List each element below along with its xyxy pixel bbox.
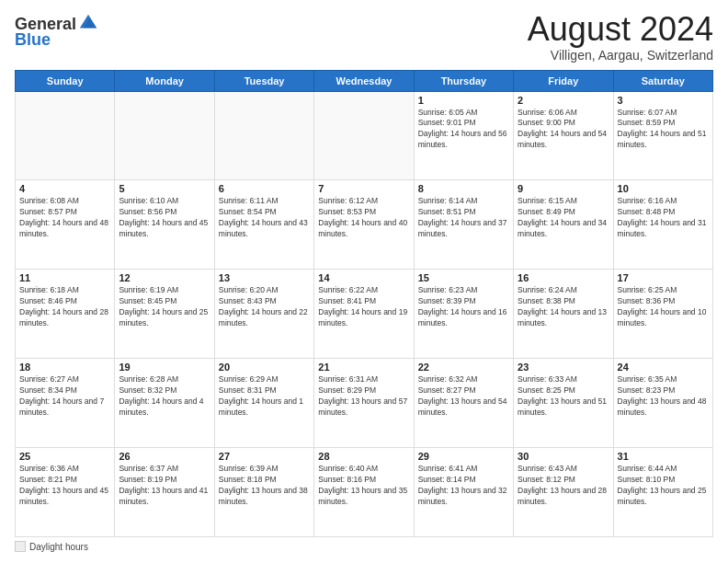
calendar-cell: 24Sunrise: 6:35 AM Sunset: 8:23 PM Dayli…	[613, 359, 712, 448]
day-info: Sunrise: 6:10 AM Sunset: 8:56 PM Dayligh…	[119, 196, 210, 240]
day-number: 15	[418, 272, 509, 283]
logo-icon	[78, 13, 98, 33]
month-title: August 2024	[528, 11, 713, 48]
calendar-cell: 31Sunrise: 6:44 AM Sunset: 8:10 PM Dayli…	[613, 448, 712, 537]
calendar-cell: 22Sunrise: 6:32 AM Sunset: 8:27 PM Dayli…	[414, 359, 513, 448]
calendar-week-5: 25Sunrise: 6:36 AM Sunset: 8:21 PM Dayli…	[16, 448, 713, 537]
weekday-header-wednesday: Wednesday	[314, 70, 414, 91]
calendar-cell: 4Sunrise: 6:08 AM Sunset: 8:57 PM Daylig…	[16, 180, 115, 270]
calendar-cell: 2Sunrise: 6:06 AM Sunset: 9:00 PM Daylig…	[514, 91, 613, 180]
weekday-header-friday: Friday	[514, 70, 613, 91]
calendar-week-2: 4Sunrise: 6:08 AM Sunset: 8:57 PM Daylig…	[16, 180, 713, 270]
day-number: 10	[618, 183, 709, 194]
day-info: Sunrise: 6:40 AM Sunset: 8:16 PM Dayligh…	[318, 464, 409, 508]
day-number: 30	[518, 451, 609, 462]
day-number: 23	[518, 362, 609, 373]
day-info: Sunrise: 6:36 AM Sunset: 8:21 PM Dayligh…	[19, 464, 110, 508]
day-number: 1	[418, 95, 509, 106]
calendar-cell: 1Sunrise: 6:05 AM Sunset: 9:01 PM Daylig…	[414, 91, 513, 180]
day-info: Sunrise: 6:05 AM Sunset: 9:01 PM Dayligh…	[418, 108, 509, 152]
location: Villigen, Aargau, Switzerland	[528, 48, 713, 63]
page: General Blue August 2024 Villigen, Aarga…	[0, 0, 728, 563]
day-number: 18	[19, 362, 110, 373]
day-number: 26	[119, 451, 210, 462]
calendar-cell: 18Sunrise: 6:27 AM Sunset: 8:34 PM Dayli…	[16, 359, 115, 448]
day-info: Sunrise: 6:22 AM Sunset: 8:41 PM Dayligh…	[318, 285, 409, 329]
day-number: 21	[318, 362, 409, 373]
calendar-week-3: 11Sunrise: 6:18 AM Sunset: 8:46 PM Dayli…	[16, 270, 713, 359]
day-info: Sunrise: 6:24 AM Sunset: 8:38 PM Dayligh…	[518, 285, 609, 329]
day-number: 29	[418, 451, 509, 462]
day-number: 17	[618, 272, 709, 283]
calendar-cell: 12Sunrise: 6:19 AM Sunset: 8:45 PM Dayli…	[115, 270, 214, 359]
calendar-cell: 13Sunrise: 6:20 AM Sunset: 8:43 PM Dayli…	[214, 270, 313, 359]
calendar-cell: 5Sunrise: 6:10 AM Sunset: 8:56 PM Daylig…	[115, 180, 214, 270]
day-info: Sunrise: 6:14 AM Sunset: 8:51 PM Dayligh…	[418, 196, 509, 240]
day-info: Sunrise: 6:29 AM Sunset: 8:31 PM Dayligh…	[219, 374, 310, 419]
header: General Blue August 2024 Villigen, Aarga…	[15, 11, 713, 63]
day-info: Sunrise: 6:07 AM Sunset: 8:59 PM Dayligh…	[618, 108, 709, 152]
calendar-cell: 20Sunrise: 6:29 AM Sunset: 8:31 PM Dayli…	[214, 359, 313, 448]
calendar-cell: 16Sunrise: 6:24 AM Sunset: 8:38 PM Dayli…	[514, 270, 613, 359]
day-info: Sunrise: 6:31 AM Sunset: 8:29 PM Dayligh…	[318, 374, 409, 419]
footer: Daylight hours	[15, 541, 713, 552]
day-number: 25	[19, 451, 110, 462]
day-number: 4	[19, 183, 110, 194]
day-number: 11	[19, 272, 110, 283]
daylight-legend: Daylight hours	[15, 541, 88, 552]
day-info: Sunrise: 6:15 AM Sunset: 8:49 PM Dayligh…	[518, 196, 609, 240]
weekday-header-tuesday: Tuesday	[214, 70, 313, 91]
day-number: 28	[318, 451, 409, 462]
day-info: Sunrise: 6:20 AM Sunset: 8:43 PM Dayligh…	[219, 285, 310, 329]
title-block: August 2024 Villigen, Aargau, Switzerlan…	[528, 11, 713, 63]
day-number: 2	[518, 95, 609, 106]
day-number: 12	[119, 272, 210, 283]
calendar-cell: 9Sunrise: 6:15 AM Sunset: 8:49 PM Daylig…	[514, 180, 613, 270]
day-number: 24	[618, 362, 709, 373]
weekday-header-row: SundayMondayTuesdayWednesdayThursdayFrid…	[16, 70, 713, 91]
weekday-header-saturday: Saturday	[613, 70, 712, 91]
day-info: Sunrise: 6:25 AM Sunset: 8:36 PM Dayligh…	[618, 285, 709, 329]
weekday-header-monday: Monday	[115, 70, 214, 91]
day-number: 22	[418, 362, 509, 373]
day-number: 7	[318, 183, 409, 194]
day-number: 31	[618, 451, 709, 462]
calendar-cell: 28Sunrise: 6:40 AM Sunset: 8:16 PM Dayli…	[314, 448, 414, 537]
day-info: Sunrise: 6:39 AM Sunset: 8:18 PM Dayligh…	[219, 464, 310, 508]
day-number: 19	[119, 362, 210, 373]
logo: General Blue	[15, 15, 98, 50]
calendar-week-1: 1Sunrise: 6:05 AM Sunset: 9:01 PM Daylig…	[16, 91, 713, 180]
day-number: 6	[219, 183, 310, 194]
daylight-label: Daylight hours	[29, 542, 88, 552]
day-info: Sunrise: 6:33 AM Sunset: 8:25 PM Dayligh…	[518, 374, 609, 419]
calendar-cell: 21Sunrise: 6:31 AM Sunset: 8:29 PM Dayli…	[314, 359, 414, 448]
day-number: 27	[219, 451, 310, 462]
calendar-table: SundayMondayTuesdayWednesdayThursdayFrid…	[15, 70, 713, 537]
calendar-cell: 15Sunrise: 6:23 AM Sunset: 8:39 PM Dayli…	[414, 270, 513, 359]
day-info: Sunrise: 6:43 AM Sunset: 8:12 PM Dayligh…	[518, 464, 609, 508]
weekday-header-sunday: Sunday	[16, 70, 115, 91]
day-number: 5	[119, 183, 210, 194]
day-info: Sunrise: 6:18 AM Sunset: 8:46 PM Dayligh…	[19, 285, 110, 329]
day-info: Sunrise: 6:41 AM Sunset: 8:14 PM Dayligh…	[418, 464, 509, 508]
calendar-cell: 30Sunrise: 6:43 AM Sunset: 8:12 PM Dayli…	[514, 448, 613, 537]
daylight-box	[15, 541, 26, 552]
day-number: 3	[618, 95, 709, 106]
day-info: Sunrise: 6:27 AM Sunset: 8:34 PM Dayligh…	[19, 374, 110, 419]
day-number: 9	[518, 183, 609, 194]
calendar-cell: 8Sunrise: 6:14 AM Sunset: 8:51 PM Daylig…	[414, 180, 513, 270]
day-info: Sunrise: 6:08 AM Sunset: 8:57 PM Dayligh…	[19, 196, 110, 240]
calendar-cell: 19Sunrise: 6:28 AM Sunset: 8:32 PM Dayli…	[115, 359, 214, 448]
day-info: Sunrise: 6:12 AM Sunset: 8:53 PM Dayligh…	[318, 196, 409, 240]
day-info: Sunrise: 6:28 AM Sunset: 8:32 PM Dayligh…	[119, 374, 210, 419]
day-info: Sunrise: 6:16 AM Sunset: 8:48 PM Dayligh…	[618, 196, 709, 240]
calendar-cell: 27Sunrise: 6:39 AM Sunset: 8:18 PM Dayli…	[214, 448, 313, 537]
day-info: Sunrise: 6:23 AM Sunset: 8:39 PM Dayligh…	[418, 285, 509, 329]
calendar-cell: 14Sunrise: 6:22 AM Sunset: 8:41 PM Dayli…	[314, 270, 414, 359]
day-number: 8	[418, 183, 509, 194]
day-info: Sunrise: 6:06 AM Sunset: 9:00 PM Dayligh…	[518, 108, 609, 152]
day-info: Sunrise: 6:32 AM Sunset: 8:27 PM Dayligh…	[418, 374, 509, 419]
day-number: 20	[219, 362, 310, 373]
calendar-cell: 7Sunrise: 6:12 AM Sunset: 8:53 PM Daylig…	[314, 180, 414, 270]
calendar-cell: 10Sunrise: 6:16 AM Sunset: 8:48 PM Dayli…	[613, 180, 712, 270]
